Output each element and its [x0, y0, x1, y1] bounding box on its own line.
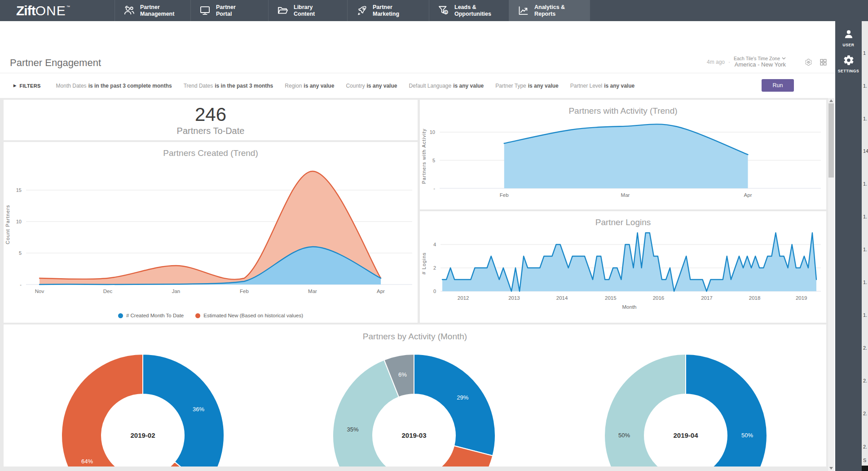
ziftone-logo[interactable]: Zift ONE ™ — [0, 0, 115, 21]
donut-2019-03[interactable]: 29%35%6%2019-03 — [329, 349, 499, 467]
partners-by-activity-title: Partners by Activity (Month) — [4, 332, 826, 342]
sidebar-item-user[interactable]: USER — [835, 28, 862, 47]
filter-label: Trend Dates — [184, 83, 213, 89]
run-button[interactable]: Run — [762, 79, 794, 92]
funnel-icon: $ — [437, 4, 449, 17]
tab-label: PartnerPortal — [216, 4, 236, 18]
svg-text:2018: 2018 — [749, 295, 761, 301]
legend-item[interactable]: # Created Month To Date — [118, 313, 184, 318]
dashboard-grid-icon[interactable] — [820, 58, 827, 66]
logo-light: ONE — [35, 3, 66, 18]
scrollbar-thumb[interactable] — [828, 103, 834, 178]
tab-analytics-reports[interactable]: Analytics &Reports — [509, 0, 590, 21]
donut-2019-04[interactable]: 50%50%2019-04 — [600, 349, 771, 467]
partner-logins-title: Partner Logins — [420, 218, 826, 227]
svg-text:6%: 6% — [398, 371, 407, 378]
svg-text:Mar: Mar — [621, 192, 630, 198]
svg-text:-: - — [433, 186, 435, 191]
vertical-scrollbar[interactable] — [828, 98, 834, 471]
filter-country[interactable]: Countryis any value — [346, 83, 397, 89]
donut-2019-02[interactable]: 36%64%2019-02 — [57, 349, 228, 467]
clipped-text-fragment: 1. — [863, 181, 867, 187]
filter-month-dates[interactable]: Month Datesis in the past 3 complete mon… — [56, 83, 172, 89]
chevron-down-icon — [782, 57, 786, 60]
svg-text:29%: 29% — [457, 394, 468, 401]
rocket-icon — [356, 4, 368, 17]
legend-item[interactable]: Estimated New (Based on historical value… — [195, 313, 303, 318]
tile-partner-logins: Partner Logins 0242012201320142015201620… — [420, 211, 826, 323]
clipped-black-corner — [862, 466, 868, 471]
tab-label: PartnerMarketing — [373, 4, 399, 18]
filter-label: Default Language — [409, 83, 451, 89]
filter-value: is any value — [528, 83, 559, 89]
scroll-down-arrow-icon[interactable] — [829, 467, 833, 470]
filter-value: is in the past 3 months — [215, 83, 273, 89]
svg-text:36%: 36% — [193, 406, 204, 413]
sidebar-item-settings[interactable]: SETTINGS — [835, 54, 862, 73]
svg-text:2012: 2012 — [458, 295, 469, 301]
svg-text:2019-02: 2019-02 — [130, 431, 155, 439]
filter-region[interactable]: Regionis any value — [285, 83, 334, 89]
svg-text:Feb: Feb — [240, 289, 249, 294]
filters-toggle[interactable]: ▶ FILTERS — [13, 83, 41, 89]
tab-partner-marketing[interactable]: PartnerMarketing — [347, 0, 429, 21]
svg-text:2015: 2015 — [605, 295, 617, 301]
tab-label: LibraryContent — [294, 4, 315, 18]
filter-value: is any value — [604, 83, 634, 89]
svg-text:$: $ — [445, 10, 447, 14]
svg-text:64%: 64% — [81, 458, 93, 465]
scroll-up-arrow-icon[interactable] — [829, 99, 833, 102]
filter-items: Month Datesis in the past 3 complete mon… — [56, 83, 635, 89]
svg-text:2019-03: 2019-03 — [401, 431, 426, 439]
svg-text:2013: 2013 — [508, 295, 520, 301]
filter-trend-dates[interactable]: Trend Datesis in the past 3 months — [184, 83, 273, 89]
svg-text:Nov: Nov — [35, 289, 44, 294]
timezone-selector[interactable]: Each Tile's Time Zone America - New York — [734, 56, 786, 68]
top-navbar: Zift ONE ™ PartnerManagementPartnerPorta… — [0, 0, 868, 21]
clipped-background-window: 11.1.141.1.1.1.1.2.2.2.2.S — [862, 21, 868, 471]
svg-text:35%: 35% — [347, 426, 359, 433]
tile-partners-by-activity: Partners by Activity (Month) 36%64%2019-… — [4, 324, 826, 467]
tab-partner-management[interactable]: PartnerManagement — [115, 0, 190, 21]
tab-partner-portal[interactable]: PartnerPortal — [190, 0, 268, 21]
svg-text:-: - — [20, 282, 22, 287]
svg-text:10: 10 — [430, 129, 435, 135]
partners-created-title: Partners Created (Trend) — [4, 148, 418, 158]
sidebar-item-label: SETTINGS — [838, 69, 859, 73]
tab-library-content[interactable]: LibraryContent — [268, 0, 347, 21]
dashboard-titlebar: Partner Engagement 4m ago · Each Tile's … — [0, 21, 835, 73]
clipped-text-fragment: 1. — [863, 116, 867, 121]
tile-partners-created-trend: Partners Created (Trend) -51015NovDecJan… — [4, 142, 418, 323]
partners-created-chart[interactable]: -51015NovDecJanFebMarAprCount Partners — [4, 160, 418, 299]
filter-label: Month Dates — [56, 83, 87, 89]
chart-icon — [517, 4, 529, 17]
svg-text:Dec: Dec — [103, 289, 113, 294]
svg-text:Apr: Apr — [744, 192, 752, 198]
filter-partner-type[interactable]: Partner Typeis any value — [495, 83, 559, 89]
svg-text:Feb: Feb — [500, 192, 509, 198]
clipped-text-fragment: 1 — [863, 50, 866, 56]
svg-text:5: 5 — [432, 158, 435, 163]
folder-icon — [277, 4, 289, 17]
svg-text:Apr: Apr — [377, 289, 385, 294]
filter-label: Partner Level — [570, 83, 602, 89]
clipped-text-fragment: 2. — [863, 378, 867, 383]
filter-partner-level[interactable]: Partner Levelis any value — [570, 83, 634, 89]
filter-label: Country — [346, 83, 365, 89]
clipped-text-fragment: 1. — [863, 312, 867, 318]
tab-leads-opportunities[interactable]: $Leads &Opportunities — [429, 0, 509, 21]
main-nav: PartnerManagementPartnerPortalLibraryCon… — [115, 0, 590, 21]
filter-default-language[interactable]: Default Languageis any value — [409, 83, 484, 89]
partners-to-date-label: Partners To-Date — [177, 126, 245, 136]
dashboard-canvas: 246 Partners To-Date Partners Created (T… — [0, 98, 828, 471]
legend-label: Estimated New (Based on historical value… — [203, 313, 303, 318]
tile-partners-to-date: 246 Partners To-Date — [4, 100, 418, 140]
tile-partners-with-activity: Partners with Activity (Trend) -510FebMa… — [420, 100, 826, 209]
clipped-text-fragment: 2. — [863, 411, 867, 416]
monitor-icon — [199, 4, 211, 17]
partner-logins-chart[interactable]: 02420122013201420152016201720182019Month… — [420, 231, 826, 319]
partners-with-activity-chart[interactable]: -510FebMarAprPartners with Activity — [420, 120, 826, 208]
sidebar-item-label: USER — [842, 43, 854, 47]
dashboard-settings-gear-icon[interactable] — [805, 58, 812, 66]
dashboard-actions — [805, 58, 827, 66]
